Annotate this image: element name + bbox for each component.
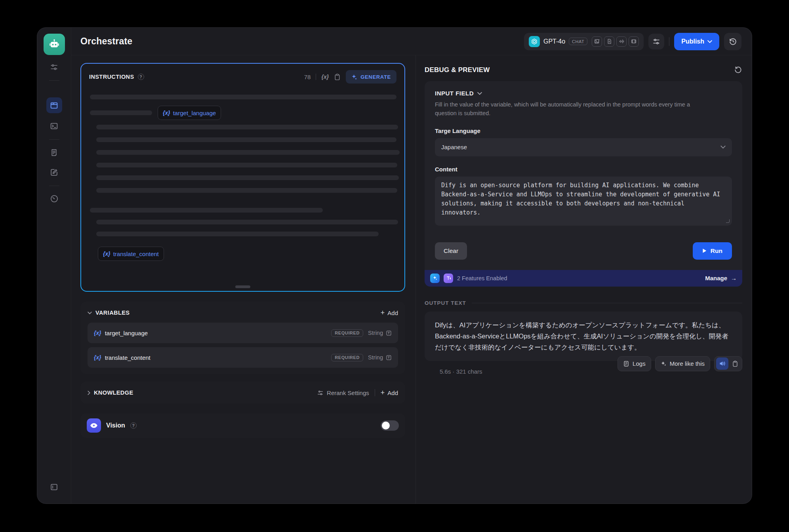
skeleton-line	[96, 220, 398, 224]
skeleton-line	[96, 232, 379, 236]
language-select[interactable]: Japanese	[435, 138, 732, 156]
logs-icon	[623, 361, 629, 367]
model-selector[interactable]: GPT-4o CHAT	[524, 33, 644, 50]
variable-chip-target-language[interactable]: {x} target_language	[158, 106, 221, 120]
input-field-title: INPUT FIELD	[435, 90, 474, 97]
variable-chip-translate-content[interactable]: {x} translate_content	[98, 247, 164, 261]
app-window: Orchestrate GPT-4o CHAT	[37, 28, 752, 504]
clipboard-icon	[732, 360, 738, 367]
required-badge: REQUIRED	[331, 354, 363, 361]
output-card: Difyは、AIアプリケーションを構築するためのオープンソースプラットフォームで…	[425, 312, 742, 361]
variables-header[interactable]: VARIABLES	[88, 310, 130, 316]
copy-output-button[interactable]	[730, 357, 740, 370]
variable-row[interactable]: {x} target_language REQUIRED String	[88, 323, 398, 343]
more-like-this-button[interactable]: More like this	[655, 356, 710, 371]
top-bar: Orchestrate GPT-4o CHAT	[71, 28, 752, 55]
vision-eye-icon	[87, 418, 101, 433]
app-logo[interactable]	[44, 34, 65, 55]
sidebar-item-model-settings[interactable]	[46, 59, 62, 75]
skeleton-line	[96, 175, 399, 180]
generate-label: GENERATE	[360, 74, 391, 80]
skeleton-line	[90, 95, 396, 99]
output-text-title: OUTPUT TEXT	[425, 300, 466, 306]
help-icon[interactable]: ?	[130, 422, 137, 429]
publish-button[interactable]: Publish	[674, 33, 719, 50]
language-field-label: Targe Language	[435, 127, 732, 134]
skeleton-line	[96, 137, 396, 142]
text-type-icon	[386, 330, 392, 336]
prompt-editor[interactable]: {x} target_language	[81, 87, 404, 291]
copy-icon[interactable]	[334, 73, 341, 81]
text-type-icon	[386, 355, 392, 361]
textarea-resize-corner[interactable]	[726, 219, 730, 223]
model-name: GPT-4o	[543, 38, 565, 45]
restart-button[interactable]	[734, 66, 742, 74]
logs-label: Logs	[633, 360, 646, 367]
debug-preview-pane: DEBUG & PREVIEW INPUT FIELD Fill in the …	[416, 55, 752, 504]
add-label: Add	[387, 390, 398, 396]
document-capability-icon	[604, 36, 614, 47]
add-variable-button[interactable]: + Add	[381, 309, 398, 317]
chevron-down-icon	[477, 92, 482, 95]
more-like-this-label: More like this	[670, 360, 705, 367]
sidebar-divider	[49, 186, 59, 186]
add-knowledge-button[interactable]: + Add	[381, 389, 398, 397]
sliders-icon	[50, 63, 58, 71]
model-mode-badge: CHAT	[569, 38, 587, 45]
history-icon	[729, 37, 737, 46]
generate-button[interactable]: GENERATE	[346, 70, 396, 84]
plus-icon: +	[381, 389, 385, 397]
sidebar-item-logs[interactable]	[46, 144, 62, 160]
robot-icon	[48, 38, 60, 50]
document-log-icon	[50, 148, 58, 157]
section-divider	[375, 389, 375, 396]
version-history-button[interactable]	[724, 33, 741, 50]
logs-button[interactable]: Logs	[617, 356, 651, 371]
help-icon[interactable]: ?	[138, 74, 144, 80]
content-field-label: Content	[435, 166, 732, 173]
output-title-rule	[472, 303, 742, 303]
char-count: 78	[304, 74, 311, 80]
speaker-icon	[719, 360, 726, 367]
insert-variable-button[interactable]: {x}	[321, 74, 329, 80]
sidebar-collapse-button[interactable]	[46, 479, 62, 495]
knowledge-title: KNOWLEDGE	[94, 390, 133, 396]
chevron-right-icon	[88, 391, 90, 395]
vision-capability-icon	[592, 36, 602, 47]
add-label: Add	[387, 310, 398, 316]
skeleton-line	[96, 125, 398, 129]
rerank-settings-button[interactable]: Rerank Settings	[317, 390, 369, 396]
publish-label: Publish	[681, 38, 704, 45]
sidebar-divider	[49, 80, 59, 81]
chevron-down-icon	[707, 40, 712, 43]
knowledge-header[interactable]: KNOWLEDGE	[88, 390, 133, 396]
sidebar-item-monitoring[interactable]	[46, 191, 62, 207]
audio-capability-icon	[616, 36, 627, 47]
run-button[interactable]: Run	[693, 242, 732, 260]
sparkle-icon	[661, 361, 667, 367]
model-parameters-button[interactable]	[648, 34, 664, 49]
output-text: Difyは、AIアプリケーションを構築するためのオープンソースプラットフォームで…	[435, 321, 728, 351]
clear-button[interactable]: Clear	[435, 242, 467, 260]
audio-copy-group	[714, 356, 742, 371]
skeleton-line	[96, 150, 400, 155]
variable-row[interactable]: {x} translate_content REQUIRED String	[88, 347, 398, 368]
skeleton-line	[90, 110, 152, 115]
sidebar-item-terminal[interactable]	[46, 118, 62, 134]
sidebar-item-orchestrate[interactable]	[46, 97, 62, 113]
chevron-down-icon	[88, 312, 92, 314]
sidebar-item-annotation[interactable]	[46, 164, 62, 180]
resize-handle[interactable]	[235, 285, 250, 288]
skeleton-line	[96, 188, 397, 193]
output-stats: 5.6s · 321 chars	[440, 368, 482, 375]
input-field-header[interactable]: INPUT FIELD	[435, 90, 732, 97]
content-textarea[interactable]: Dify is an open-source platform for buil…	[435, 177, 732, 226]
agent-feature-icon	[430, 274, 440, 283]
manage-features-button[interactable]: Manage →	[705, 275, 737, 281]
vision-toggle[interactable]	[381, 420, 399, 431]
features-status: 2 Features Enabled	[457, 275, 507, 281]
speaker-button[interactable]	[716, 357, 728, 370]
vision-label: Vision	[106, 422, 125, 429]
sidebar	[37, 28, 71, 504]
orchestrate-pane: INSTRUCTIONS ? 78 {x} GENERATE	[71, 55, 415, 504]
